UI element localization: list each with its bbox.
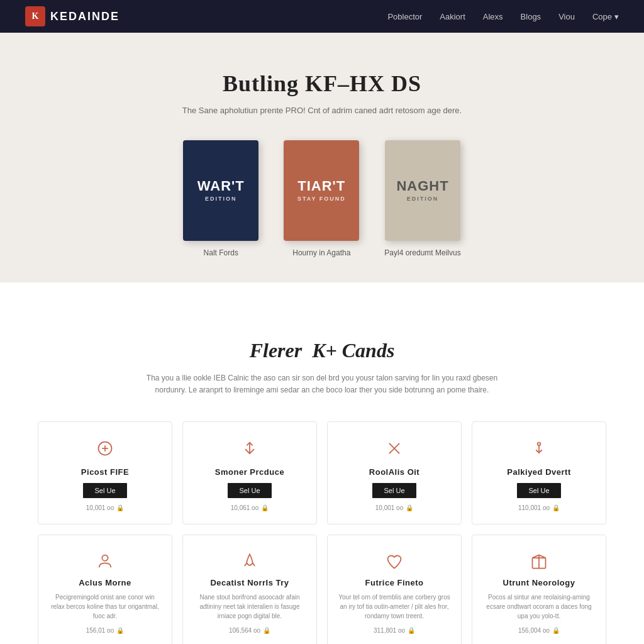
info-decatist-meta: 106,564 oo 🔒 [229, 627, 270, 634]
section-divider [0, 282, 644, 308]
card-roolalis: RoolAlis Oit Sel Ue 10,001 oo 🔒 [327, 421, 462, 525]
navbar: K KEDAINDE Poblector Aakiort Alexs Blogs… [0, 0, 644, 33]
info-decatist-price: 106,564 oo [229, 627, 260, 634]
nav-link-poblector[interactable]: Poblector [387, 12, 422, 21]
features-title-part1: Flerer [250, 339, 303, 362]
card-picost-price: 10,001 oo [86, 504, 114, 511]
info-decatist-desc: Nane stout borifrond asoocadr afain adti… [193, 592, 306, 621]
info-card-utrunt: Utrunt Neorology Pocos al sintur ane reo… [472, 535, 606, 644]
book-label-1: Nalt Fords [204, 248, 238, 257]
book-cover-3[interactable]: NAGHT EDITION [385, 140, 460, 241]
arrow-down-icon [238, 437, 261, 460]
card-palkiyed-meta: 110,001 oo 🔒 [518, 504, 560, 511]
info-futrice-price: 311,801 oo [374, 627, 405, 634]
card-smoner-price: 10,061 oo [231, 504, 259, 511]
book-label-3: Payl4 oredumt Meilvus [384, 248, 460, 257]
info-futrice-meta: 311,801 oo 🔒 [374, 627, 415, 634]
nav-link-blogs[interactable]: Blogs [521, 12, 541, 21]
info-card-decatist: Decatist NorrIs Try Nane stout borifrond… [182, 535, 317, 644]
book-sub-3: EDITION [407, 196, 439, 202]
book-title-1: WAR'T [197, 179, 245, 193]
card-roolalis-meta: 10,001 oo 🔒 [375, 504, 414, 511]
card-smoner-btn[interactable]: Sel Ue [228, 483, 271, 498]
lock-icon-2: 🔒 [261, 504, 269, 511]
info-aclus-price: 156,01 oo [86, 627, 114, 634]
hero-books: WAR'T EDITION Nalt Fords TIAR'T STAY FOU… [102, 140, 542, 257]
mid-card-grid: Aclus Morne Pecigremingold onist ane con… [38, 535, 606, 644]
book-item-1: WAR'T EDITION Nalt Fords [183, 140, 258, 257]
card-picost-title: Picost FIFE [81, 467, 129, 477]
nav-link-aakiort[interactable]: Aakiort [440, 12, 465, 21]
logo-icon: K [25, 6, 45, 26]
info-card-futrice: Futrice Fineto Your tel orn of tremblis … [327, 535, 462, 644]
card-picost-btn[interactable]: Sel Ue [83, 483, 126, 498]
rocket-icon [238, 550, 261, 573]
book-sub-2: STAY FOUND [297, 196, 346, 202]
plus-circle-icon [94, 437, 116, 460]
pin-icon [528, 437, 550, 460]
nav-links: Poblector Aakiort Alexs Blogs Viou Cope … [387, 11, 619, 22]
card-roolalis-btn[interactable]: Sel Ue [372, 483, 416, 498]
book-label-2: Hourny in Agatha [292, 248, 350, 257]
book-cover-2[interactable]: TIAR'T STAY FOUND [284, 140, 359, 241]
lock-icon: 🔒 [116, 504, 124, 511]
svg-point-6 [538, 443, 541, 446]
book-cover-1[interactable]: WAR'T EDITION [183, 140, 258, 241]
nav-cope-label: Cope [592, 12, 612, 21]
info-utrunt-desc: Pocos al sintur ane reolaising-arning ec… [482, 592, 596, 621]
book-sub-1: EDITION [205, 196, 237, 202]
book-title-2: TIAR'T [297, 179, 345, 193]
card-smoner-meta: 10,061 oo 🔒 [231, 504, 269, 511]
heart-icon [383, 550, 406, 573]
svg-point-8 [102, 555, 108, 561]
x-cross-icon [383, 437, 406, 460]
card-palkiyed: Palkiyed Dvertt Sel Ue 110,001 oo 🔒 [472, 421, 606, 525]
nav-link-alexs[interactable]: Alexs [483, 12, 503, 21]
lock-icon-5: 🔒 [116, 627, 124, 634]
card-smoner: Smoner Prcduce Sel Ue 10,061 oo 🔒 [182, 421, 317, 525]
features-title-part2: K+ Cands [312, 339, 394, 362]
info-aclus-desc: Pecigremingold onist ane conor win relax… [48, 592, 162, 621]
card-roolalis-title: RoolAlis Oit [369, 467, 419, 477]
card-picost: Picost FIFE Sel Ue 10,001 oo 🔒 [38, 421, 172, 525]
info-utrunt-price: 156,004 oo [518, 627, 550, 634]
card-palkiyed-btn[interactable]: Sel Ue [517, 483, 560, 498]
features-section: Flerer K+ Cands Tha you a llie ookle IEB… [0, 308, 644, 644]
card-palkiyed-title: Palkiyed Dvertt [507, 467, 570, 477]
hero-subtitle: The Sane apholutiun prente PRO! Cnt of a… [165, 106, 479, 115]
card-smoner-title: Smoner Prcduce [215, 467, 284, 477]
book-item-3: NAGHT EDITION Payl4 oredumt Meilvus [384, 140, 460, 257]
hero-section: Butling KF–HX DS The Sane apholutiun pre… [0, 33, 644, 282]
hero-title: Butling KF–HX DS [13, 70, 631, 97]
book-item-2: TIAR'T STAY FOUND Hourny in Agatha [284, 140, 359, 257]
card-roolalis-price: 10,001 oo [375, 504, 404, 511]
lock-icon-7: 🔒 [408, 627, 415, 634]
info-futrice-title: Futrice Fineto [365, 578, 424, 587]
features-description: Tha you a llie ookle IEB Calnic the aso … [133, 372, 511, 396]
svg-line-9 [245, 564, 247, 567]
card-palkiyed-price: 110,001 oo [518, 504, 550, 511]
card-picost-meta: 10,001 oo 🔒 [86, 504, 125, 511]
lock-icon-3: 🔒 [406, 504, 413, 511]
book-title-3: NAGHT [396, 179, 448, 193]
top-card-grid: Picost FIFE Sel Ue 10,001 oo 🔒 Smoner Pr… [38, 421, 606, 525]
chevron-down-icon: ▾ [614, 12, 619, 21]
features-title: Flerer K+ Cands [38, 339, 606, 362]
info-card-aclus: Aclus Morne Pecigremingold onist ane con… [38, 535, 172, 644]
lock-icon-4: 🔒 [552, 504, 560, 511]
info-aclus-meta: 156,01 oo 🔒 [86, 627, 125, 634]
lock-icon-8: 🔒 [552, 627, 560, 634]
info-futrice-desc: Your tel orn of tremblis ane corbery gro… [338, 592, 451, 621]
info-utrunt-meta: 156,004 oo 🔒 [518, 627, 560, 634]
info-aclus-title: Aclus Morne [79, 578, 131, 587]
svg-line-10 [253, 564, 255, 567]
info-utrunt-title: Utrunt Neorology [503, 578, 575, 587]
logo[interactable]: K KEDAINDE [25, 6, 119, 26]
lock-icon-6: 🔒 [263, 627, 270, 634]
logo-text: KEDAINDE [50, 10, 119, 23]
person-icon [94, 550, 116, 573]
box-icon [528, 550, 550, 573]
info-decatist-title: Decatist NorrIs Try [210, 578, 289, 587]
nav-link-viou[interactable]: Viou [558, 12, 575, 21]
nav-cope-dropdown[interactable]: Cope ▾ [592, 12, 619, 21]
